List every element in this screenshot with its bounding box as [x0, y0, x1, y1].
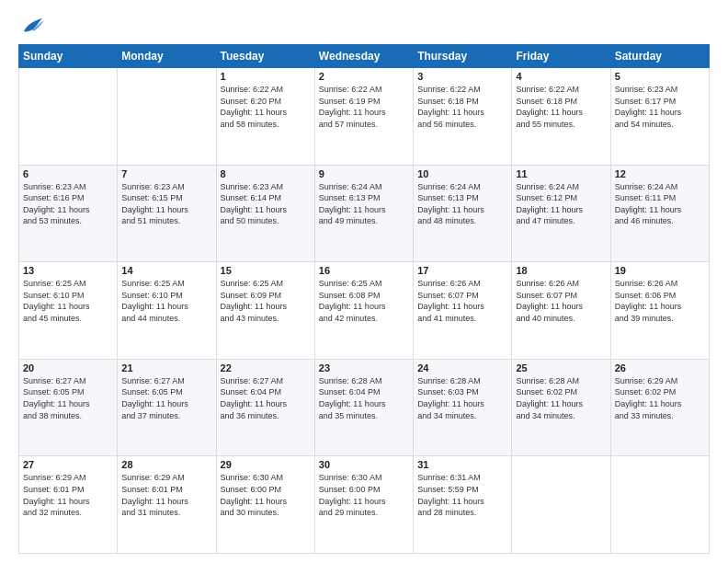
day-info: Sunrise: 6:24 AM Sunset: 6:13 PM Dayligh…	[417, 181, 507, 227]
weekday-header-saturday: Saturday	[610, 45, 709, 68]
day-number: 21	[121, 362, 211, 373]
day-info: Sunrise: 6:26 AM Sunset: 6:06 PM Dayligh…	[615, 278, 705, 324]
day-info: Sunrise: 6:22 AM Sunset: 6:20 PM Dayligh…	[221, 84, 311, 130]
weekday-header-thursday: Thursday	[414, 45, 512, 68]
day-info: Sunrise: 6:29 AM Sunset: 6:01 PM Dayligh…	[23, 472, 113, 518]
calendar-cell: 23Sunrise: 6:28 AM Sunset: 6:04 PM Dayli…	[314, 359, 413, 456]
day-info: Sunrise: 6:30 AM Sunset: 6:00 PM Dayligh…	[221, 472, 311, 518]
day-number: 25	[516, 362, 606, 373]
day-number: 2	[319, 71, 409, 82]
day-info: Sunrise: 6:30 AM Sunset: 6:00 PM Dayligh…	[319, 472, 409, 518]
day-info: Sunrise: 6:27 AM Sunset: 6:05 PM Dayligh…	[23, 375, 113, 421]
day-info: Sunrise: 6:23 AM Sunset: 6:17 PM Dayligh…	[615, 84, 705, 130]
day-number: 1	[221, 71, 311, 82]
week-row-2: 13Sunrise: 6:25 AM Sunset: 6:10 PM Dayli…	[19, 262, 710, 360]
calendar-cell: 3Sunrise: 6:22 AM Sunset: 6:18 PM Daylig…	[414, 68, 512, 166]
week-row-4: 27Sunrise: 6:29 AM Sunset: 6:01 PM Dayli…	[19, 456, 710, 554]
day-number: 6	[23, 168, 113, 179]
day-number: 17	[417, 265, 507, 276]
calendar-cell: 21Sunrise: 6:27 AM Sunset: 6:05 PM Dayli…	[118, 359, 216, 456]
calendar-cell: 30Sunrise: 6:30 AM Sunset: 6:00 PM Dayli…	[314, 456, 413, 554]
day-number: 5	[615, 71, 705, 82]
day-info: Sunrise: 6:31 AM Sunset: 5:59 PM Dayligh…	[417, 472, 507, 518]
calendar-cell: 5Sunrise: 6:23 AM Sunset: 6:17 PM Daylig…	[610, 68, 709, 166]
day-number: 19	[615, 265, 705, 276]
calendar-table: SundayMondayTuesdayWednesdayThursdayFrid…	[18, 44, 710, 554]
calendar-cell: 17Sunrise: 6:26 AM Sunset: 6:07 PM Dayli…	[414, 262, 512, 360]
day-info: Sunrise: 6:24 AM Sunset: 6:13 PM Dayligh…	[319, 181, 409, 227]
calendar-cell: 11Sunrise: 6:24 AM Sunset: 6:12 PM Dayli…	[512, 165, 610, 262]
day-number: 8	[221, 168, 311, 179]
calendar-cell: 28Sunrise: 6:29 AM Sunset: 6:01 PM Dayli…	[118, 456, 216, 554]
calendar-cell: 26Sunrise: 6:29 AM Sunset: 6:02 PM Dayli…	[610, 359, 709, 456]
calendar-page: SundayMondayTuesdayWednesdayThursdayFrid…	[0, 0, 728, 563]
calendar-cell: 7Sunrise: 6:23 AM Sunset: 6:15 PM Daylig…	[118, 165, 216, 262]
calendar-cell: 10Sunrise: 6:24 AM Sunset: 6:13 PM Dayli…	[414, 165, 512, 262]
calendar-cell: 14Sunrise: 6:25 AM Sunset: 6:10 PM Dayli…	[118, 262, 216, 360]
day-number: 13	[23, 265, 113, 276]
day-info: Sunrise: 6:28 AM Sunset: 6:03 PM Dayligh…	[417, 375, 507, 421]
day-number: 14	[121, 265, 211, 276]
calendar-cell: 16Sunrise: 6:25 AM Sunset: 6:08 PM Dayli…	[314, 262, 413, 360]
calendar-cell: 12Sunrise: 6:24 AM Sunset: 6:11 PM Dayli…	[610, 165, 709, 262]
day-info: Sunrise: 6:26 AM Sunset: 6:07 PM Dayligh…	[516, 278, 606, 324]
day-number: 12	[615, 168, 705, 179]
day-number: 27	[23, 459, 113, 470]
calendar-cell: 2Sunrise: 6:22 AM Sunset: 6:19 PM Daylig…	[314, 68, 413, 166]
day-number: 22	[221, 362, 311, 373]
day-number: 7	[121, 168, 211, 179]
calendar-cell: 6Sunrise: 6:23 AM Sunset: 6:16 PM Daylig…	[19, 165, 118, 262]
calendar-cell: 1Sunrise: 6:22 AM Sunset: 6:20 PM Daylig…	[216, 68, 314, 166]
day-number: 15	[221, 265, 311, 276]
logo-bird-icon	[20, 15, 46, 35]
day-info: Sunrise: 6:25 AM Sunset: 6:10 PM Dayligh…	[121, 278, 211, 324]
header	[18, 15, 710, 35]
day-number: 26	[615, 362, 705, 373]
weekday-header-row: SundayMondayTuesdayWednesdayThursdayFrid…	[19, 45, 710, 68]
calendar-cell: 18Sunrise: 6:26 AM Sunset: 6:07 PM Dayli…	[512, 262, 610, 360]
calendar-cell: 20Sunrise: 6:27 AM Sunset: 6:05 PM Dayli…	[19, 359, 118, 456]
day-number: 10	[417, 168, 507, 179]
calendar-cell	[610, 456, 709, 554]
day-number: 31	[417, 459, 507, 470]
day-info: Sunrise: 6:28 AM Sunset: 6:04 PM Dayligh…	[319, 375, 409, 421]
day-number: 4	[516, 71, 606, 82]
day-info: Sunrise: 6:28 AM Sunset: 6:02 PM Dayligh…	[516, 375, 606, 421]
day-info: Sunrise: 6:23 AM Sunset: 6:15 PM Dayligh…	[121, 181, 211, 227]
calendar-cell: 27Sunrise: 6:29 AM Sunset: 6:01 PM Dayli…	[19, 456, 118, 554]
day-info: Sunrise: 6:24 AM Sunset: 6:11 PM Dayligh…	[615, 181, 705, 227]
day-number: 20	[23, 362, 113, 373]
calendar-cell	[512, 456, 610, 554]
day-number: 24	[417, 362, 507, 373]
day-info: Sunrise: 6:25 AM Sunset: 6:09 PM Dayligh…	[221, 278, 311, 324]
day-info: Sunrise: 6:25 AM Sunset: 6:10 PM Dayligh…	[23, 278, 113, 324]
calendar-cell	[118, 68, 216, 166]
day-number: 23	[319, 362, 409, 373]
calendar-cell: 24Sunrise: 6:28 AM Sunset: 6:03 PM Dayli…	[414, 359, 512, 456]
day-info: Sunrise: 6:29 AM Sunset: 6:01 PM Dayligh…	[121, 472, 211, 518]
calendar-cell: 4Sunrise: 6:22 AM Sunset: 6:18 PM Daylig…	[512, 68, 610, 166]
day-info: Sunrise: 6:23 AM Sunset: 6:14 PM Dayligh…	[221, 181, 311, 227]
day-info: Sunrise: 6:23 AM Sunset: 6:16 PM Dayligh…	[23, 181, 113, 227]
day-info: Sunrise: 6:22 AM Sunset: 6:18 PM Dayligh…	[516, 84, 606, 130]
day-info: Sunrise: 6:22 AM Sunset: 6:19 PM Dayligh…	[319, 84, 409, 130]
week-row-3: 20Sunrise: 6:27 AM Sunset: 6:05 PM Dayli…	[19, 359, 710, 456]
day-number: 11	[516, 168, 606, 179]
day-info: Sunrise: 6:29 AM Sunset: 6:02 PM Dayligh…	[615, 375, 705, 421]
calendar-cell: 31Sunrise: 6:31 AM Sunset: 5:59 PM Dayli…	[414, 456, 512, 554]
day-info: Sunrise: 6:22 AM Sunset: 6:18 PM Dayligh…	[417, 84, 507, 130]
calendar-cell: 29Sunrise: 6:30 AM Sunset: 6:00 PM Dayli…	[216, 456, 314, 554]
weekday-header-friday: Friday	[512, 45, 610, 68]
day-number: 18	[516, 265, 606, 276]
weekday-header-tuesday: Tuesday	[216, 45, 314, 68]
day-number: 28	[121, 459, 211, 470]
day-number: 9	[319, 168, 409, 179]
weekday-header-sunday: Sunday	[19, 45, 118, 68]
day-info: Sunrise: 6:25 AM Sunset: 6:08 PM Dayligh…	[319, 278, 409, 324]
calendar-cell: 9Sunrise: 6:24 AM Sunset: 6:13 PM Daylig…	[314, 165, 413, 262]
calendar-cell: 13Sunrise: 6:25 AM Sunset: 6:10 PM Dayli…	[19, 262, 118, 360]
calendar-cell: 22Sunrise: 6:27 AM Sunset: 6:04 PM Dayli…	[216, 359, 314, 456]
logo-text	[18, 15, 46, 35]
day-number: 29	[221, 459, 311, 470]
week-row-1: 6Sunrise: 6:23 AM Sunset: 6:16 PM Daylig…	[19, 165, 710, 262]
